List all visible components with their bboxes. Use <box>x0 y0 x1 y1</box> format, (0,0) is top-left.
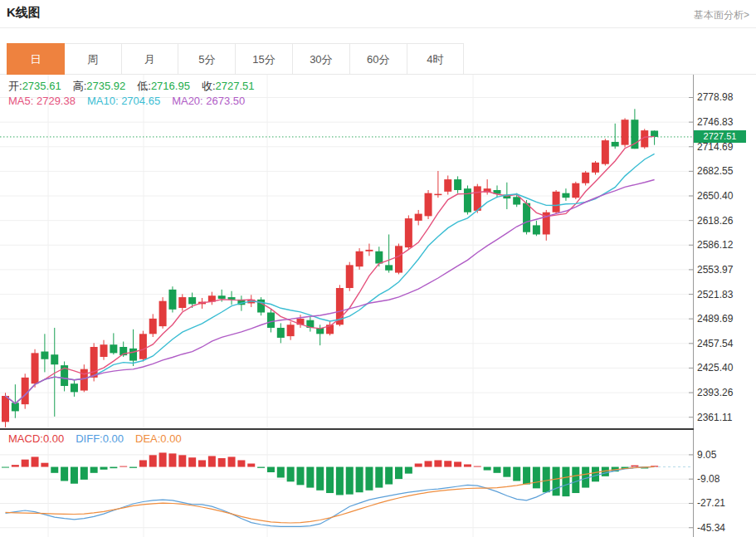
tab-0[interactable]: 日 <box>7 43 65 75</box>
svg-text:-27.21: -27.21 <box>697 497 725 509</box>
tab-5[interactable]: 30分 <box>292 43 350 75</box>
svg-text:2618.26: 2618.26 <box>697 215 734 227</box>
panel-separator <box>0 428 694 430</box>
svg-text:2521.83: 2521.83 <box>697 289 734 300</box>
macd-chart[interactable]: 9.05-9.08-27.21-45.34 <box>0 429 756 537</box>
tab-3[interactable]: 5分 <box>178 43 236 75</box>
svg-text:-9.08: -9.08 <box>697 473 720 485</box>
tab-4[interactable]: 15分 <box>235 43 293 75</box>
svg-text:9.05: 9.05 <box>697 449 717 461</box>
kline-page: K线图 基本面分析> 日周月5分15分30分60分4时 2778.982746.… <box>0 0 756 537</box>
current-price-badge: 2727.51 <box>694 130 746 143</box>
page-title: K线图 <box>7 5 41 21</box>
tab-2[interactable]: 月 <box>121 43 179 75</box>
svg-text:2746.83: 2746.83 <box>697 116 734 128</box>
svg-text:2650.40: 2650.40 <box>697 190 734 202</box>
price-axis: 2778.982746.832714.692682.552650.402618.… <box>689 75 734 429</box>
period-tab-bar: 日周月5分15分30分60分4时 <box>7 43 464 75</box>
svg-text:2778.98: 2778.98 <box>697 91 734 103</box>
macd-histogram <box>2 452 658 496</box>
tab-1[interactable]: 周 <box>64 43 122 75</box>
macd-axis: 9.05-9.08-27.21-45.34 <box>689 429 725 537</box>
candlestick-chart[interactable]: 2778.982746.832714.692682.552650.402618.… <box>0 75 756 429</box>
ma10-line <box>6 154 655 403</box>
main-gridlines <box>0 75 693 429</box>
svg-text:2425.40: 2425.40 <box>697 362 734 373</box>
svg-text:2457.54: 2457.54 <box>697 338 734 349</box>
svg-text:2393.26: 2393.26 <box>697 387 734 398</box>
tab-7[interactable]: 4时 <box>407 43 465 75</box>
ma20-line <box>6 180 655 404</box>
svg-text:2682.55: 2682.55 <box>697 165 734 177</box>
svg-text:2553.97: 2553.97 <box>697 264 734 276</box>
svg-text:2586.12: 2586.12 <box>697 239 734 251</box>
fundamental-analysis-link[interactable]: 基本面分析> <box>694 8 749 22</box>
tab-6[interactable]: 60分 <box>349 43 407 75</box>
header-divider <box>0 27 756 28</box>
candlestick-series <box>2 109 658 427</box>
svg-text:-45.34: -45.34 <box>697 522 725 534</box>
svg-text:2361.11: 2361.11 <box>697 412 733 423</box>
svg-text:2489.69: 2489.69 <box>697 313 734 325</box>
